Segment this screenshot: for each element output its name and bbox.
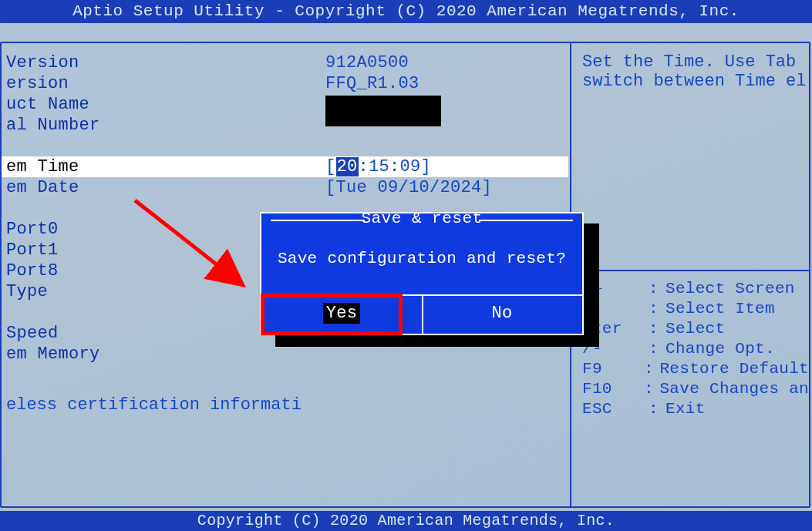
bios-footer-bar: Copyright (C) 2020 American Megatrends, … — [0, 511, 812, 531]
info-value: FFQ_R1.03 — [325, 73, 419, 94]
info-value: [Tue 09/10/2024] — [325, 177, 492, 198]
info-row — [2, 136, 568, 156]
key-legend: →←:Select Screen↑↓:Select Itemnter:Selec… — [582, 279, 809, 419]
help-panel: Set the Time. Use Tab switch between Tim… — [570, 43, 809, 506]
key-hint: F9:Restore Default — [582, 359, 809, 379]
help-divider — [571, 270, 809, 271]
dialog-no-button[interactable]: No — [422, 294, 582, 334]
info-label: ersion — [2, 73, 325, 94]
context-help: Set the Time. Use Tab switch between Tim… — [571, 43, 809, 97]
wireless-cert-link[interactable]: eless certification informati — [2, 395, 568, 415]
info-row: al Number — [2, 115, 568, 136]
key-hint: /-:Change Opt. — [582, 339, 809, 359]
redacted-value — [325, 96, 441, 126]
time-hours-field[interactable]: 20 — [336, 157, 359, 176]
info-row: Version912A0500 — [2, 52, 568, 73]
info-value: 912A0500 — [325, 52, 409, 73]
key-hint: F10:Save Changes an — [582, 379, 809, 399]
info-row: uct Name — [2, 94, 568, 115]
key-hint: nter:Select — [582, 319, 809, 339]
dialog-yes-button[interactable]: Yes — [261, 294, 422, 334]
info-row[interactable]: em Time[20:15:09] — [2, 156, 568, 177]
save-reset-dialog: Save & reset Save configuration and rese… — [260, 212, 584, 335]
key-hint: →←:Select Screen — [582, 279, 809, 299]
info-row: ersionFFQ_R1.03 — [2, 73, 568, 94]
info-label — [2, 136, 325, 156]
info-label: em Time — [2, 156, 325, 177]
info-label: em Date — [2, 177, 325, 198]
info-label: em Memory — [2, 344, 325, 365]
info-value — [325, 94, 441, 115]
dialog-message: Save configuration and reset? — [261, 250, 582, 267]
info-value: [20:15:09] — [325, 156, 431, 177]
info-row: em Memory — [2, 344, 568, 365]
info-label: uct Name — [2, 94, 325, 115]
bios-title-bar: Aptio Setup Utility - Copyright (C) 2020… — [0, 0, 812, 23]
key-hint: ESC:Exit — [582, 399, 809, 419]
info-row: em Date[Tue 09/10/2024] — [2, 177, 568, 198]
key-hint: ↑↓:Select Item — [582, 299, 809, 319]
info-label: al Number — [2, 115, 325, 136]
info-label: Version — [2, 52, 325, 73]
dialog-title: Save & reset — [261, 210, 582, 227]
